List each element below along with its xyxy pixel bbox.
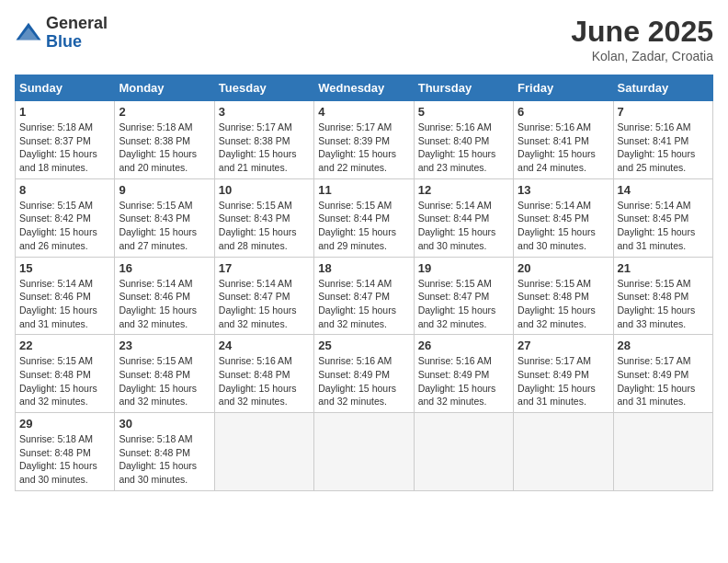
calendar-cell: 24Sunrise: 5:16 AMSunset: 8:48 PMDayligh… [214, 335, 313, 413]
day-info: Sunrise: 5:16 AMSunset: 8:40 PMDaylight:… [418, 121, 509, 175]
calendar-cell: 18Sunrise: 5:14 AMSunset: 8:47 PMDayligh… [314, 257, 414, 335]
calendar-cell: 13Sunrise: 5:14 AMSunset: 8:45 PMDayligh… [514, 178, 613, 257]
day-number: 3 [219, 105, 310, 119]
day-number: 20 [518, 261, 609, 275]
day-number: 25 [318, 339, 409, 352]
calendar-cell: 10Sunrise: 5:15 AMSunset: 8:43 PMDayligh… [214, 178, 313, 257]
day-number: 22 [19, 339, 110, 352]
day-info: Sunrise: 5:18 AMSunset: 8:37 PMDaylight:… [19, 121, 110, 175]
day-info: Sunrise: 5:18 AMSunset: 8:48 PMDaylight:… [119, 432, 210, 487]
calendar-cell: 1Sunrise: 5:18 AMSunset: 8:37 PMDaylight… [16, 101, 115, 179]
day-info: Sunrise: 5:15 AMSunset: 8:44 PMDaylight:… [318, 199, 409, 253]
calendar-cell: 5Sunrise: 5:16 AMSunset: 8:40 PMDaylight… [414, 101, 513, 179]
day-number: 19 [418, 261, 509, 275]
calendar-cell [314, 413, 414, 491]
day-info: Sunrise: 5:15 AMSunset: 8:48 PMDaylight:… [518, 277, 609, 331]
calendar-cell [514, 413, 613, 491]
calendar-cell: 17Sunrise: 5:14 AMSunset: 8:47 PMDayligh… [214, 257, 313, 335]
logo: General Blue [15, 15, 108, 52]
calendar-week-row: 8Sunrise: 5:15 AMSunset: 8:42 PMDaylight… [16, 178, 713, 257]
day-number: 27 [518, 339, 609, 352]
day-info: Sunrise: 5:16 AMSunset: 8:41 PMDaylight:… [618, 121, 709, 175]
day-info: Sunrise: 5:14 AMSunset: 8:47 PMDaylight:… [318, 277, 409, 331]
logo-blue: Blue [46, 33, 108, 52]
day-number: 13 [518, 183, 609, 197]
calendar-week-row: 15Sunrise: 5:14 AMSunset: 8:46 PMDayligh… [16, 257, 713, 335]
day-info: Sunrise: 5:17 AMSunset: 8:49 PMDaylight:… [618, 354, 709, 408]
calendar-cell: 15Sunrise: 5:14 AMSunset: 8:46 PMDayligh… [16, 257, 115, 335]
day-number: 7 [618, 105, 709, 119]
calendar-subtitle: Kolan, Zadar, Croatia [571, 49, 713, 63]
calendar-week-row: 1Sunrise: 5:18 AMSunset: 8:37 PMDaylight… [16, 101, 713, 179]
weekday-header: Saturday [613, 75, 712, 101]
calendar-cell: 9Sunrise: 5:15 AMSunset: 8:43 PMDaylight… [115, 178, 214, 257]
day-number: 5 [418, 105, 509, 119]
day-info: Sunrise: 5:16 AMSunset: 8:41 PMDaylight:… [518, 121, 609, 175]
day-number: 24 [219, 339, 310, 352]
day-number: 9 [119, 183, 210, 197]
day-info: Sunrise: 5:18 AMSunset: 8:38 PMDaylight:… [119, 121, 210, 175]
day-info: Sunrise: 5:14 AMSunset: 8:47 PMDaylight:… [219, 277, 310, 331]
calendar-cell: 11Sunrise: 5:15 AMSunset: 8:44 PMDayligh… [314, 178, 414, 257]
calendar-cell: 8Sunrise: 5:15 AMSunset: 8:42 PMDaylight… [16, 178, 115, 257]
day-number: 29 [19, 417, 110, 431]
day-info: Sunrise: 5:17 AMSunset: 8:39 PMDaylight:… [318, 121, 409, 175]
weekday-header: Thursday [414, 75, 513, 101]
calendar-week-row: 29Sunrise: 5:18 AMSunset: 8:48 PMDayligh… [16, 413, 713, 491]
day-info: Sunrise: 5:15 AMSunset: 8:43 PMDaylight:… [219, 199, 310, 253]
day-number: 11 [318, 183, 409, 197]
day-number: 6 [518, 105, 609, 119]
calendar-cell: 16Sunrise: 5:14 AMSunset: 8:46 PMDayligh… [115, 257, 214, 335]
calendar-cell: 26Sunrise: 5:16 AMSunset: 8:49 PMDayligh… [414, 335, 513, 413]
logo-icon [15, 19, 42, 47]
calendar-cell: 30Sunrise: 5:18 AMSunset: 8:48 PMDayligh… [115, 413, 214, 491]
day-info: Sunrise: 5:15 AMSunset: 8:47 PMDaylight:… [418, 277, 509, 331]
calendar-cell: 21Sunrise: 5:15 AMSunset: 8:48 PMDayligh… [613, 257, 712, 335]
day-number: 8 [19, 183, 110, 197]
day-info: Sunrise: 5:15 AMSunset: 8:48 PMDaylight:… [618, 277, 709, 331]
day-info: Sunrise: 5:17 AMSunset: 8:38 PMDaylight:… [219, 121, 310, 175]
day-number: 21 [618, 261, 709, 275]
logo-text: General Blue [46, 15, 108, 52]
day-info: Sunrise: 5:14 AMSunset: 8:46 PMDaylight:… [19, 277, 110, 331]
calendar-cell: 12Sunrise: 5:14 AMSunset: 8:44 PMDayligh… [414, 178, 513, 257]
day-number: 10 [219, 183, 310, 197]
weekday-header: Sunday [16, 75, 115, 101]
day-number: 23 [119, 339, 210, 352]
calendar-cell: 6Sunrise: 5:16 AMSunset: 8:41 PMDaylight… [514, 101, 613, 179]
calendar-cell: 29Sunrise: 5:18 AMSunset: 8:48 PMDayligh… [16, 413, 115, 491]
day-number: 28 [618, 339, 709, 352]
weekday-header: Monday [115, 75, 214, 101]
weekday-header: Friday [514, 75, 613, 101]
weekday-row: SundayMondayTuesdayWednesdayThursdayFrid… [16, 75, 713, 101]
calendar-cell: 7Sunrise: 5:16 AMSunset: 8:41 PMDaylight… [613, 101, 712, 179]
calendar-cell: 20Sunrise: 5:15 AMSunset: 8:48 PMDayligh… [514, 257, 613, 335]
calendar-cell: 27Sunrise: 5:17 AMSunset: 8:49 PMDayligh… [514, 335, 613, 413]
day-number: 16 [119, 261, 210, 275]
day-info: Sunrise: 5:14 AMSunset: 8:45 PMDaylight:… [518, 199, 609, 253]
day-info: Sunrise: 5:15 AMSunset: 8:42 PMDaylight:… [19, 199, 110, 253]
calendar-cell: 28Sunrise: 5:17 AMSunset: 8:49 PMDayligh… [613, 335, 712, 413]
page-header: General Blue June 2025 Kolan, Zadar, Cro… [15, 15, 713, 63]
day-info: Sunrise: 5:14 AMSunset: 8:46 PMDaylight:… [119, 277, 210, 331]
weekday-header: Wednesday [314, 75, 414, 101]
day-info: Sunrise: 5:16 AMSunset: 8:48 PMDaylight:… [219, 354, 310, 408]
day-number: 30 [119, 417, 210, 431]
weekday-header: Tuesday [214, 75, 313, 101]
day-info: Sunrise: 5:15 AMSunset: 8:48 PMDaylight:… [19, 354, 110, 408]
calendar-cell: 14Sunrise: 5:14 AMSunset: 8:45 PMDayligh… [613, 178, 712, 257]
day-number: 4 [318, 105, 409, 119]
calendar-header: SundayMondayTuesdayWednesdayThursdayFrid… [16, 75, 713, 101]
calendar-cell: 22Sunrise: 5:15 AMSunset: 8:48 PMDayligh… [16, 335, 115, 413]
calendar-cell: 3Sunrise: 5:17 AMSunset: 8:38 PMDaylight… [214, 101, 313, 179]
calendar-cell: 19Sunrise: 5:15 AMSunset: 8:47 PMDayligh… [414, 257, 513, 335]
day-number: 17 [219, 261, 310, 275]
calendar-cell [214, 413, 313, 491]
day-number: 1 [19, 105, 110, 119]
calendar-cell: 4Sunrise: 5:17 AMSunset: 8:39 PMDaylight… [314, 101, 414, 179]
day-info: Sunrise: 5:14 AMSunset: 8:44 PMDaylight:… [418, 199, 509, 253]
day-info: Sunrise: 5:15 AMSunset: 8:43 PMDaylight:… [119, 199, 210, 253]
day-number: 15 [19, 261, 110, 275]
calendar-cell: 25Sunrise: 5:16 AMSunset: 8:49 PMDayligh… [314, 335, 414, 413]
calendar-week-row: 22Sunrise: 5:15 AMSunset: 8:48 PMDayligh… [16, 335, 713, 413]
